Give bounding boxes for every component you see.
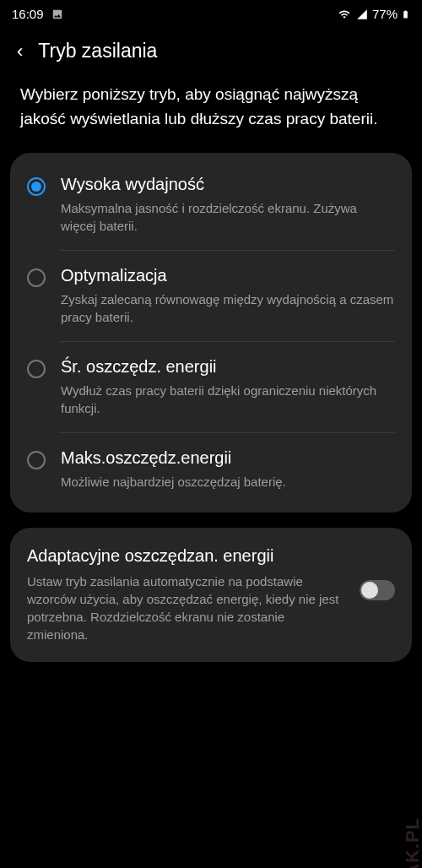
adaptive-desc: Ustaw tryb zasilania automatycznie na po… — [27, 572, 346, 643]
description-text: Wybierz poniższy tryb, aby osiągnąć najw… — [0, 83, 422, 153]
adaptive-toggle[interactable] — [360, 580, 395, 600]
adaptive-title: Adaptacyjne oszczędzan. energii — [27, 546, 346, 566]
radio-icon — [27, 360, 46, 378]
option-desc: Maksymalna jasność i rozdzielczość ekran… — [61, 199, 395, 235]
signal-icon — [355, 8, 369, 20]
option-high-performance[interactable]: Wysoka wydajność Maksymalna jasność i ro… — [10, 160, 412, 250]
status-left: 16:09 — [12, 7, 64, 21]
watermark: GSMMANIAK.PL — [402, 817, 422, 868]
option-title: Maks.oszczędz.energii — [61, 448, 395, 468]
wifi-icon — [337, 8, 352, 20]
option-medium-power-saving[interactable]: Śr. oszczędz. energii Wydłuż czas pracy … — [10, 342, 412, 432]
option-content: Śr. oszczędz. energii Wydłuż czas pracy … — [61, 357, 395, 417]
option-content: Maks.oszczędz.energii Możliwie najbardzi… — [61, 448, 395, 491]
power-mode-options-card: Wysoka wydajność Maksymalna jasność i ro… — [10, 153, 412, 513]
header: ‹ Tryb zasilania — [0, 24, 422, 83]
option-content: Optymalizacja Zyskaj zalecaną równowagę … — [61, 266, 395, 326]
battery-icon — [401, 8, 410, 21]
option-desc: Zyskaj zalecaną równowagę między wydajno… — [61, 290, 395, 326]
option-desc: Wydłuż czas pracy baterii dzięki ogranic… — [61, 382, 395, 417]
adaptive-power-saving-card: Adaptacyjne oszczędzan. energii Ustaw tr… — [10, 528, 412, 662]
option-title: Śr. oszczędz. energii — [61, 357, 395, 377]
option-title: Wysoka wydajność — [61, 175, 395, 194]
page-title: Tryb zasilania — [38, 40, 157, 62]
radio-icon — [27, 269, 46, 287]
option-content: Wysoka wydajność Maksymalna jasność i ro… — [61, 175, 395, 235]
status-bar: 16:09 77% — [0, 0, 422, 24]
option-title: Optymalizacja — [61, 266, 395, 285]
back-icon[interactable]: ‹ — [17, 41, 23, 62]
toggle-knob — [361, 582, 378, 599]
image-icon — [51, 8, 64, 20]
radio-icon — [27, 451, 46, 469]
radio-icon — [27, 177, 46, 196]
status-time: 16:09 — [12, 7, 44, 21]
option-max-power-saving[interactable]: Maks.oszczędz.energii Możliwie najbardzi… — [10, 433, 412, 506]
option-optimized[interactable]: Optymalizacja Zyskaj zalecaną równowagę … — [10, 251, 412, 341]
status-right: 77% — [337, 7, 410, 21]
adaptive-content: Adaptacyjne oszczędzan. energii Ustaw tr… — [27, 546, 346, 643]
option-desc: Możliwie najbardziej oszczędzaj baterię. — [61, 473, 395, 491]
battery-percent: 77% — [372, 7, 398, 21]
